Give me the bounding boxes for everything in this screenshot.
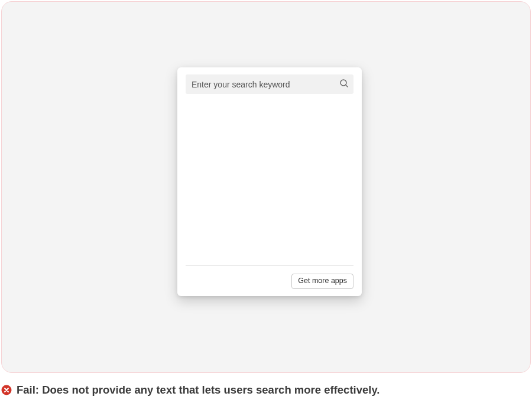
caption-status: Fail: xyxy=(17,384,39,396)
caption-row: Fail: Does not provide any text that let… xyxy=(1,383,531,397)
error-icon xyxy=(1,385,12,395)
popup-footer: Get more apps xyxy=(186,265,353,289)
caption-message: Does not provide any text that lets user… xyxy=(42,384,379,396)
svg-line-1 xyxy=(346,85,348,87)
search-bar xyxy=(186,74,353,94)
get-more-apps-button[interactable]: Get more apps xyxy=(291,274,353,289)
example-frame: Get more apps xyxy=(1,1,531,373)
caption-text: Fail: Does not provide any text that let… xyxy=(17,383,379,397)
search-icon xyxy=(339,79,349,90)
search-results-area xyxy=(186,100,353,265)
search-input[interactable] xyxy=(186,74,335,94)
app-search-popup: Get more apps xyxy=(177,67,362,296)
search-button[interactable] xyxy=(335,75,353,94)
